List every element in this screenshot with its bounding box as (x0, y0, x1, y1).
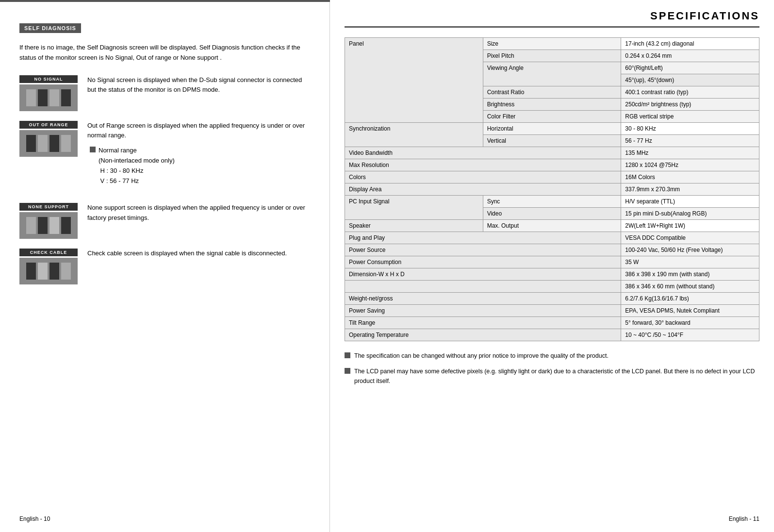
cell-pixelpitch-value: 0.264 x 0.264 mm (621, 50, 759, 62)
table-row: Weight-net/gross 6.2/7.6 Kg(13.6/16.7 lb… (345, 293, 759, 305)
table-row: Synchronization Horizontal 30 - 80 KHz (345, 123, 759, 135)
section-header: SELF DIAGNOSIS (19, 23, 81, 33)
top-rule (0, 0, 330, 2)
cell-pixelpitch-label: Pixel Pitch (483, 50, 621, 62)
no-signal-item: NO SIGNAL No Signal screen is displayed … (19, 75, 310, 111)
table-row: 386 x 346 x 60 mm (without stand) (345, 281, 759, 293)
none-support-label: NONE SUPPORT (19, 203, 78, 211)
cell-displayarea-value: 337.9mm x 270.3mm (621, 183, 759, 196)
cell-viewingangle-value1: 60°(Right/Left) (621, 62, 759, 74)
cell-dim-value2: 386 x 346 x 60 mm (without stand) (621, 281, 759, 293)
no-signal-label: NO SIGNAL (19, 75, 78, 83)
table-row: Dimension-W x H x D 386 x 398 x 190 mm (… (345, 268, 759, 281)
check-cable-text: Check cable screen is displayed when the… (87, 249, 310, 259)
cell-pnp-label: Plug and Play (345, 232, 621, 244)
none-support-text: None support screen is displayed when th… (87, 203, 310, 223)
cell-maxoutput-label: Max. Output (483, 220, 621, 232)
right-page: SPECIFICATIONS Panel Size 17-inch (43.2 … (330, 0, 774, 532)
table-row: Max Resolution 1280 x 1024 @75Hz (345, 159, 759, 171)
cell-tilt-value: 5° forward, 30° backward (621, 317, 759, 329)
range-title: Normal range (99, 147, 137, 154)
cell-horiz-label: Horizontal (483, 123, 621, 135)
out-of-range-box: OUT OF RANGE (19, 121, 78, 157)
cell-video-label: Video (483, 208, 621, 220)
table-row: Plug and Play VESA DDC Compatible (345, 232, 759, 244)
out-of-range-label: OUT OF RANGE (19, 121, 78, 129)
specs-title: SPECIFICATIONS (345, 10, 759, 28)
table-row: Power Source 100-240 Vac, 50/60 Hz (Free… (345, 244, 759, 256)
table-row: Display Area 337.9mm x 270.3mm (345, 183, 759, 196)
cell-powersave-label: Power Saving (345, 305, 621, 317)
no-signal-text: No Signal screen is displayed when the D… (87, 75, 310, 96)
table-row: Colors 16M Colors (345, 171, 759, 183)
note-text-2: The LCD panel may have some defective pi… (354, 366, 759, 386)
note-text-1: The specification can be changed without… (354, 351, 609, 361)
cell-powerconsump-label: Power Consumption (345, 256, 621, 268)
cell-powerconsump-value: 35 W (621, 256, 759, 268)
check-cable-image (19, 258, 78, 284)
cell-videobw-value: 135 MHz (621, 147, 759, 159)
right-footer: English - 11 (729, 515, 759, 522)
cell-pcinput-label: PC Input Signal (345, 196, 483, 220)
cell-maxres-value: 1280 x 1024 @75Hz (621, 159, 759, 171)
cell-colorfilter-label: Color Filter (483, 111, 621, 123)
none-support-box: NONE SUPPORT (19, 203, 78, 239)
none-support-image (19, 212, 78, 239)
note-icon-2 (345, 368, 350, 374)
note-item-1: The specification can be changed without… (345, 351, 759, 361)
cell-dim-label: Dimension-W x H x D (345, 268, 621, 281)
cell-sync2-label: Sync (483, 196, 621, 208)
cell-colorfilter-value: RGB vertical stripe (621, 111, 759, 123)
cell-displayarea-label: Display Area (345, 183, 621, 196)
cell-size-label: Size (483, 38, 621, 50)
none-support-item: NONE SUPPORT None support screen is disp… (19, 203, 310, 239)
out-of-range-image (19, 130, 78, 157)
cell-video-value: 15 pin mini D-sub(Analog RGB) (621, 208, 759, 220)
no-signal-box: NO SIGNAL (19, 75, 78, 111)
table-row: Panel Size 17-inch (43.2 cm) diagonal (345, 38, 759, 50)
table-row: PC Input Signal Sync H/V separate (TTL) (345, 196, 759, 208)
cell-dim-value1: 386 x 398 x 190 mm (with stand) (621, 268, 759, 281)
check-cable-item: CHECK CABLE Check cable screen is displa… (19, 249, 310, 284)
cell-maxoutput-value: 2W(Left 1W+Right 1W) (621, 220, 759, 232)
cell-tilt-label: Tilt Range (345, 317, 621, 329)
note-item-2: The LCD panel may have some defective pi… (345, 366, 759, 386)
table-row: Tilt Range 5° forward, 30° backward (345, 317, 759, 329)
cell-speaker-label: Speaker (345, 220, 483, 232)
cell-vert-value: 56 - 77 Hz (621, 135, 759, 147)
range-detail: (Non-interlaced mode only) H : 30 - 80 K… (99, 157, 175, 184)
left-page: SELF DIAGNOSIS If there is no image, the… (0, 0, 330, 532)
cell-brightness-label: Brightness (483, 99, 621, 111)
cell-powersrc-label: Power Source (345, 244, 621, 256)
cell-panel: Panel (345, 38, 483, 123)
cell-colors-label: Colors (345, 171, 621, 183)
cell-contrast-value: 400:1 contrast ratio (typ) (621, 86, 759, 99)
cell-horiz-value: 30 - 80 KHz (621, 123, 759, 135)
cell-weight-value: 6.2/7.6 Kg(13.6/16.7 lbs) (621, 293, 759, 305)
cell-powersave-value: EPA, VESA DPMS, Nutek Compliant (621, 305, 759, 317)
range-text: Normal range (Non-interlaced mode only) … (99, 146, 175, 186)
cell-sync2-value: H/V separate (TTL) (621, 196, 759, 208)
no-signal-image (19, 84, 78, 111)
out-of-range-item: OUT OF RANGE Out of Range screen is disp… (19, 121, 310, 194)
cell-sync-label: Synchronization (345, 123, 483, 147)
cell-size-value: 17-inch (43.2 cm) diagonal (621, 38, 759, 50)
table-row: Video Bandwidth 135 MHz (345, 147, 759, 159)
cell-optemp-label: Operating Temperature (345, 329, 621, 341)
range-bullet: Normal range (Non-interlaced mode only) … (90, 146, 310, 186)
note-section: The specification can be changed without… (345, 351, 759, 386)
cell-vert-label: Vertical (483, 135, 621, 147)
cell-videobw-label: Video Bandwidth (345, 147, 621, 159)
table-row: Operating Temperature 10 ~ 40°C /50 ~ 10… (345, 329, 759, 341)
cell-weight-label: Weight-net/gross (345, 293, 621, 305)
check-cable-label: CHECK CABLE (19, 249, 78, 256)
table-row: Power Consumption 35 W (345, 256, 759, 268)
cell-viewingangle-value2: 45°(up), 45°(down) (621, 74, 759, 86)
cell-pnp-value: VESA DDC Compatible (621, 232, 759, 244)
cell-dim-label2 (345, 281, 621, 293)
cell-colors-value: 16M Colors (621, 171, 759, 183)
normal-range-section: Normal range (Non-interlaced mode only) … (87, 146, 310, 186)
table-row: Speaker Max. Output 2W(Left 1W+Right 1W) (345, 220, 759, 232)
cell-optemp-value: 10 ~ 40°C /50 ~ 104°F (621, 329, 759, 341)
left-footer: English - 10 (19, 515, 50, 522)
